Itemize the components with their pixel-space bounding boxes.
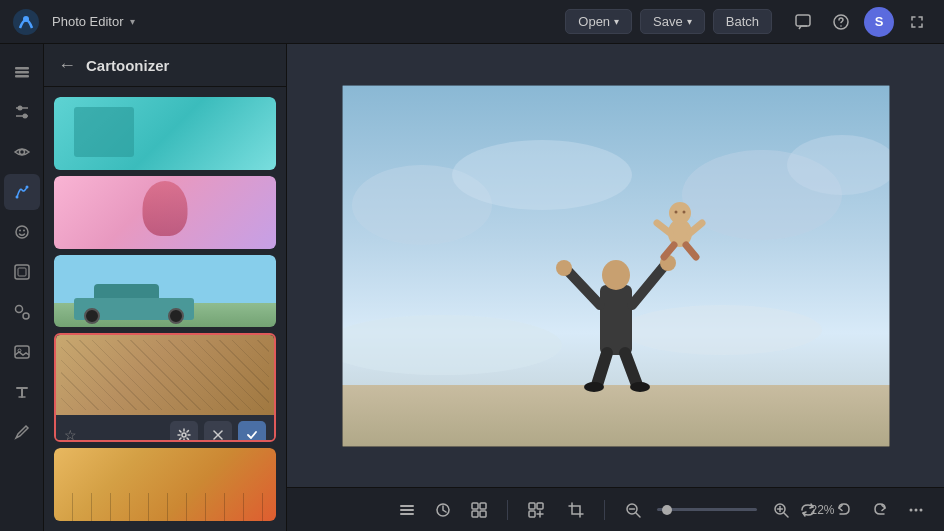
- app-name-label: Photo Editor: [52, 14, 124, 29]
- filter-thumb-5: [56, 335, 274, 415]
- svg-rect-58: [472, 503, 478, 509]
- thumb-c2-image: [54, 97, 276, 170]
- eye-icon-button[interactable]: [4, 134, 40, 170]
- batch-button[interactable]: Batch: [713, 9, 772, 34]
- filter-item-cartoonizer4[interactable]: Cartoonizer 4: [54, 255, 276, 328]
- canvas-area: 22%: [287, 44, 944, 531]
- svg-point-30: [452, 140, 632, 210]
- filter-item-cartoonizer2[interactable]: Cartoonizer 2: [54, 97, 276, 170]
- svg-point-9: [17, 106, 22, 111]
- svg-line-69: [636, 513, 640, 517]
- redo-button[interactable]: [864, 494, 896, 526]
- svg-point-44: [630, 382, 650, 392]
- topbar: Photo Editor ▾ Open ▾ Save ▾ Batch: [0, 0, 944, 44]
- svg-line-73: [784, 513, 788, 517]
- layers-icon-button[interactable]: [4, 54, 40, 90]
- thumb-c3-image: [54, 176, 276, 249]
- c6-grid-overlay: [54, 493, 276, 521]
- text-icon-button[interactable]: [4, 374, 40, 410]
- panel-header: ← Cartoonizer: [44, 44, 286, 87]
- svg-rect-60: [472, 511, 478, 517]
- toolbar-right-group: [792, 494, 932, 526]
- zoom-out-button[interactable]: [617, 494, 649, 526]
- open-chevron-icon: ▾: [614, 16, 619, 27]
- filter-list: Cartoonizer 2 Cartoonizer 3: [44, 87, 286, 531]
- filter-item-cartoonizer6[interactable]: Cartoonizer 6: [54, 448, 276, 521]
- svg-point-16: [19, 230, 21, 232]
- svg-point-75: [915, 508, 918, 511]
- svg-rect-22: [15, 346, 29, 358]
- objects-icon-button[interactable]: [4, 294, 40, 330]
- svg-rect-19: [18, 268, 26, 276]
- expand-icon-button[interactable]: [902, 7, 932, 37]
- close-ctrl-button[interactable]: [204, 421, 232, 442]
- user-avatar[interactable]: S: [864, 7, 894, 37]
- filter-item-cartoonizer5[interactable]: ☆: [54, 333, 276, 442]
- canvas-image: [342, 85, 890, 447]
- filter-thumb-2: [54, 97, 276, 170]
- app-logo[interactable]: [12, 8, 40, 36]
- effects-icon-button[interactable]: [4, 174, 40, 210]
- main-canvas-svg: [342, 85, 890, 447]
- svg-rect-18: [15, 265, 29, 279]
- chat-icon-button[interactable]: [788, 7, 818, 37]
- filter-item-cartoonizer3[interactable]: Cartoonizer 3: [54, 176, 276, 249]
- confirm-ctrl-button[interactable]: [238, 421, 266, 442]
- layer-tools-group: [391, 494, 495, 526]
- app-name-button[interactable]: Photo Editor ▾: [52, 14, 135, 29]
- thumb-c6-image: [54, 448, 276, 521]
- svg-rect-55: [400, 509, 414, 511]
- svg-rect-63: [537, 503, 543, 509]
- svg-rect-64: [529, 511, 535, 517]
- svg-point-15: [16, 226, 28, 238]
- stickers-icon-button[interactable]: [4, 214, 40, 250]
- settings-ctrl-button[interactable]: [170, 421, 198, 442]
- help-icon-button[interactable]: [826, 7, 856, 37]
- more-options-button[interactable]: [900, 494, 932, 526]
- zoom-slider-thumb[interactable]: [662, 505, 672, 515]
- filter-panel: ← Cartoonizer Cartoonizer 2 Cartoonizer …: [44, 44, 287, 531]
- save-chevron-icon: ▾: [687, 16, 692, 27]
- svg-point-21: [23, 313, 29, 319]
- crop-button[interactable]: [560, 494, 592, 526]
- panel-title: Cartoonizer: [86, 57, 169, 74]
- toolbar-divider-1: [507, 500, 508, 520]
- filter-thumb-4: [54, 255, 276, 328]
- svg-rect-28: [342, 385, 890, 447]
- svg-point-34: [622, 305, 822, 355]
- svg-point-24: [182, 433, 186, 437]
- svg-rect-2: [796, 15, 810, 26]
- photo-icon-button[interactable]: [4, 334, 40, 370]
- back-button[interactable]: ←: [58, 56, 76, 74]
- svg-point-17: [23, 230, 25, 232]
- star-icon[interactable]: ☆: [64, 427, 77, 442]
- canvas-main[interactable]: [287, 44, 944, 487]
- refresh-button[interactable]: [792, 494, 824, 526]
- app-name-chevron-icon: ▾: [130, 16, 135, 27]
- undo-button[interactable]: [828, 494, 860, 526]
- svg-rect-5: [15, 67, 29, 70]
- fit-screen-button[interactable]: [520, 494, 552, 526]
- save-button[interactable]: Save ▾: [640, 9, 705, 34]
- open-button[interactable]: Open ▾: [565, 9, 632, 34]
- layers-toolbar-button[interactable]: [391, 494, 423, 526]
- frames-icon-button[interactable]: [4, 254, 40, 290]
- grid-toolbar-button[interactable]: [463, 494, 495, 526]
- adjustments-icon-button[interactable]: [4, 94, 40, 130]
- svg-rect-62: [529, 503, 535, 509]
- svg-point-12: [19, 150, 24, 155]
- car-graphic: [74, 285, 194, 320]
- filter-controls-row: ☆: [64, 421, 266, 442]
- zoom-slider-track[interactable]: [657, 508, 757, 511]
- svg-point-20: [15, 306, 22, 313]
- svg-point-46: [669, 202, 691, 224]
- filter-controls: ☆: [56, 415, 274, 442]
- svg-rect-35: [600, 285, 632, 355]
- draw-icon-button[interactable]: [4, 414, 40, 450]
- history-toolbar-button[interactable]: [427, 494, 459, 526]
- main-area: ← Cartoonizer Cartoonizer 2 Cartoonizer …: [0, 44, 944, 531]
- svg-point-39: [556, 260, 572, 276]
- svg-rect-54: [400, 505, 414, 507]
- svg-point-52: [682, 210, 685, 213]
- save-label: Save: [653, 14, 683, 29]
